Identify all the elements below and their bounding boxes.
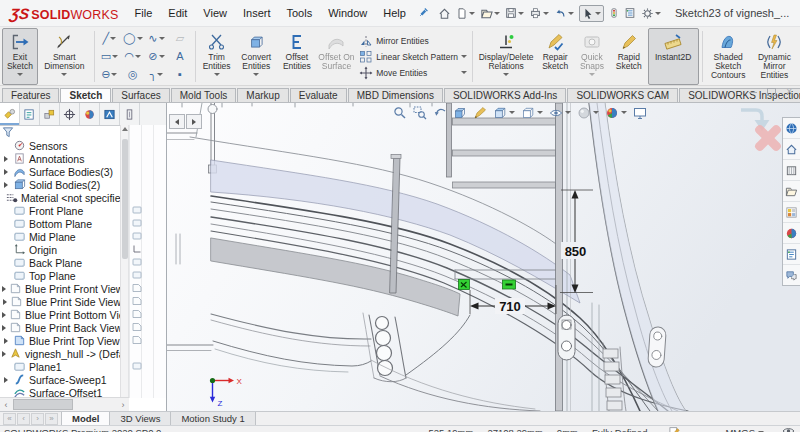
apply-scene-icon[interactable]	[605, 106, 627, 120]
tab-mold-tools[interactable]: Mold Tools	[171, 88, 237, 102]
tree-item-solid-bodies[interactable]: Solid Bodies(2)	[0, 178, 121, 191]
circle-tool[interactable]: ◯	[121, 30, 145, 48]
filter-funnel-icon[interactable]	[2, 126, 14, 138]
menu-help[interactable]: Help	[383, 7, 406, 19]
tree-item-blue-print-top-view[interactable]: Blue Print Top View	[0, 334, 121, 347]
select-tool-button[interactable]	[579, 5, 604, 22]
featuremanager-tab[interactable]	[0, 103, 20, 125]
tree-item-material[interactable]: Material <not specified>	[0, 191, 121, 204]
tree-item-blue-print-front-view[interactable]: Blue Print Front View	[0, 282, 121, 295]
configurationmanager-tab[interactable]	[40, 103, 60, 125]
home-icon[interactable]	[783, 139, 800, 160]
graphics-viewport[interactable]: 850 710	[167, 103, 800, 411]
quick-snaps-caret[interactable]	[589, 73, 595, 76]
collapse-pane-arrow[interactable]	[169, 114, 185, 129]
units-selector[interactable]: MMGS	[725, 427, 764, 432]
offset-entities-button[interactable]: Offset Entities	[278, 28, 316, 85]
tree-item-plane1[interactable]: Plane1	[0, 360, 121, 373]
smart-dimension-button[interactable]: Smart Dimension	[38, 28, 91, 85]
scroll-thumb[interactable]	[13, 399, 73, 410]
display-settings-button[interactable]	[624, 7, 636, 19]
offset-on-surface-button[interactable]: Offset On Surface	[316, 28, 358, 85]
rectangle-tool[interactable]: ▭	[98, 48, 122, 66]
doc-minimize-icon[interactable]	[749, 92, 757, 93]
rebuild-button[interactable]	[609, 6, 619, 20]
tree-item-back-plane[interactable]: Back Plane	[0, 256, 121, 269]
linear-pattern-caret[interactable]	[461, 55, 467, 58]
tree-horizontal-scrollbar[interactable]: ‹ ›	[0, 397, 129, 411]
tab-sketch[interactable]: Sketch	[60, 88, 111, 102]
open-button[interactable]	[480, 7, 500, 20]
custom-properties-icon[interactable]	[783, 244, 800, 265]
last-tab-button[interactable]: »	[45, 413, 58, 425]
tab-surfaces[interactable]: Surfaces	[112, 88, 169, 102]
hide-show-items-icon[interactable]	[549, 106, 571, 120]
move-entities-caret[interactable]	[461, 71, 467, 74]
linear-sketch-pattern-button[interactable]: Linear Sketch Pattern	[359, 50, 469, 64]
undo-button[interactable]	[554, 7, 574, 19]
first-tab-button[interactable]: «	[3, 413, 16, 425]
point-circle-tool[interactable]: ◎	[121, 65, 145, 83]
view-settings-icon[interactable]	[633, 106, 647, 120]
scroll-right-arrow[interactable]: ›	[117, 400, 129, 410]
tree-item-blue-print-side-view[interactable]: Blue Print Side View	[0, 295, 121, 308]
propertymanager-tab[interactable]	[20, 103, 40, 125]
zoom-to-fit-icon[interactable]	[393, 106, 407, 120]
menu-edit[interactable]: Edit	[168, 7, 187, 19]
instant2d-button[interactable]: Instant2D	[648, 28, 699, 85]
tree-item-surface-bodies[interactable]: Surface Bodies(3)	[0, 165, 121, 178]
tab-evaluate[interactable]: Evaluate	[290, 88, 347, 102]
solidworks-resources-icon[interactable]	[783, 118, 800, 139]
tab-mbd-dimensions[interactable]: MBD Dimensions	[348, 88, 443, 102]
display-delete-relations-button[interactable]: Display/Delete Relations	[476, 28, 536, 85]
relations-flyout-caret[interactable]	[503, 73, 509, 76]
new-document-button[interactable]	[456, 7, 475, 20]
solidworks-forum-icon[interactable]	[783, 265, 800, 285]
menu-tools[interactable]: Tools	[286, 7, 312, 19]
displaymanager-tab[interactable]	[80, 103, 100, 125]
pin-menu-icon[interactable]	[418, 6, 430, 20]
quick-snaps-button[interactable]: Quick Snaps	[574, 28, 610, 85]
viewport-canvas[interactable]: 850 710	[167, 103, 800, 411]
rapid-sketch-button[interactable]: Rapid Sketch	[610, 28, 648, 85]
appearances-scenes-icon[interactable]	[783, 223, 800, 244]
edit-appearance-icon[interactable]	[577, 106, 599, 120]
menu-view[interactable]: View	[203, 7, 227, 19]
scroll-left-arrow[interactable]: ‹	[0, 400, 12, 410]
tree-item-blue-print-bottom-view[interactable]: Blue Print Bottom View	[0, 308, 121, 321]
doc-restore-icon[interactable]	[767, 88, 776, 96]
tree-item-mid-plane[interactable]: Mid Plane	[0, 230, 121, 243]
expand-pane-arrow[interactable]	[186, 114, 202, 129]
print-button[interactable]	[529, 7, 549, 19]
tab-solidworks-add-ins[interactable]: SOLIDWORKS Add-Ins	[444, 88, 566, 102]
display-style-icon[interactable]	[521, 106, 543, 120]
zoom-to-area-icon[interactable]	[413, 106, 427, 120]
pane-display-tab[interactable]	[120, 103, 140, 125]
shaded-sketch-contours-button[interactable]: Shaded Sketch Contours	[706, 28, 751, 85]
trim-entities-button[interactable]: Trim Entities	[199, 28, 235, 85]
design-library-icon[interactable]	[783, 160, 800, 181]
tab-markup[interactable]: Markup	[237, 88, 288, 102]
mirror-entities-button[interactable]: Mirror Entities	[359, 34, 469, 48]
spline-tool[interactable]: ∿	[145, 30, 169, 48]
tree-item-top-plane[interactable]: Top Plane	[0, 269, 121, 282]
repair-sketch-button[interactable]: Repair Sketch	[536, 28, 574, 85]
cam-tree-tab[interactable]	[100, 103, 120, 125]
text-tool[interactable]: A	[168, 48, 192, 66]
options-gear-button[interactable]	[641, 7, 661, 20]
slot-tool[interactable]: ⊖	[98, 65, 122, 83]
plane-tool[interactable]: ▱	[168, 30, 192, 48]
fillet-tool[interactable]: ╮	[145, 65, 169, 83]
tab-solidworks-cam[interactable]: SOLIDWORKS CAM	[567, 88, 678, 102]
convert-entities-button[interactable]: Convert Entities	[235, 28, 278, 85]
dynamic-mirror-entities-button[interactable]: Dynamic Mirror Entities	[751, 28, 798, 85]
tree-item-front-plane[interactable]: Front Plane	[0, 204, 121, 217]
point-tool[interactable]: ▪	[168, 65, 192, 83]
home-button[interactable]	[438, 7, 451, 20]
previous-tab-button[interactable]: ‹	[17, 413, 30, 425]
convert-flyout-caret[interactable]	[253, 73, 259, 76]
exit-sketch-flyout-caret[interactable]	[17, 73, 23, 76]
next-tab-button[interactable]: ›	[31, 413, 44, 425]
tree-item-annotations[interactable]: Annotations	[0, 152, 121, 165]
file-explorer-icon[interactable]	[783, 181, 800, 202]
